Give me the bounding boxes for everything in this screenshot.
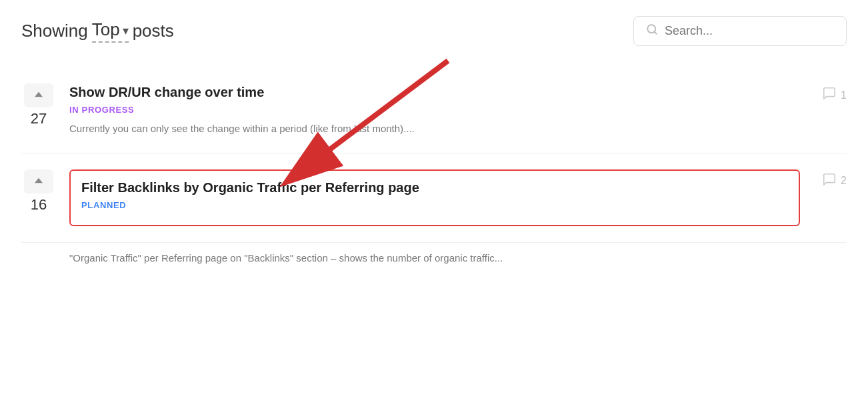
showing-label: Showing — [21, 21, 88, 41]
comment-icon — [822, 86, 837, 104]
post-item: 16 Filter Backlinks by Organic Traffic p… — [21, 153, 847, 243]
header-bar: Showing Top ▾ posts — [21, 16, 847, 46]
comment-icon — [822, 172, 837, 190]
post-description: "Organic Traffic" per Referring page on … — [69, 251, 847, 266]
chevron-down-icon: ▾ — [123, 23, 129, 38]
vote-count: 27 — [31, 110, 47, 127]
comment-count: 1 — [841, 89, 847, 101]
vote-count: 16 — [31, 196, 47, 214]
search-box[interactable] — [633, 16, 847, 46]
upvote-button[interactable] — [24, 169, 53, 193]
upvote-button[interactable] — [24, 83, 53, 107]
sort-dropdown[interactable]: Top ▾ — [92, 19, 129, 43]
posts-label: posts — [133, 21, 174, 41]
header-left: Showing Top ▾ posts — [21, 19, 174, 43]
post-status-badge: PLANNED — [81, 200, 788, 210]
post-list: 27 Show DR/UR change over time IN PROGRE… — [21, 67, 847, 276]
highlighted-post-wrapper: Filter Backlinks by Organic Traffic per … — [69, 169, 800, 226]
post-description-row: "Organic Traffic" per Referring page on … — [21, 243, 847, 277]
vote-block: 16 — [21, 169, 56, 214]
post-title[interactable]: Filter Backlinks by Organic Traffic per … — [81, 179, 788, 196]
post-item: 27 Show DR/UR change over time IN PROGRE… — [21, 67, 847, 153]
search-input[interactable] — [665, 24, 834, 38]
post-title[interactable]: Show DR/UR change over time — [69, 83, 800, 101]
post-status-badge: IN PROGRESS — [69, 105, 800, 115]
svg-line-1 — [654, 31, 656, 33]
comment-count: 2 — [841, 175, 847, 187]
post-content: Show DR/UR change over time IN PROGRESS … — [69, 83, 800, 137]
comment-block: 1 — [813, 86, 847, 104]
search-icon — [646, 23, 658, 39]
post-description: Currently you can only see the change wi… — [69, 121, 800, 137]
sort-label: Top — [92, 19, 120, 40]
vote-block: 27 — [21, 83, 56, 127]
comment-block: 2 — [813, 172, 847, 190]
